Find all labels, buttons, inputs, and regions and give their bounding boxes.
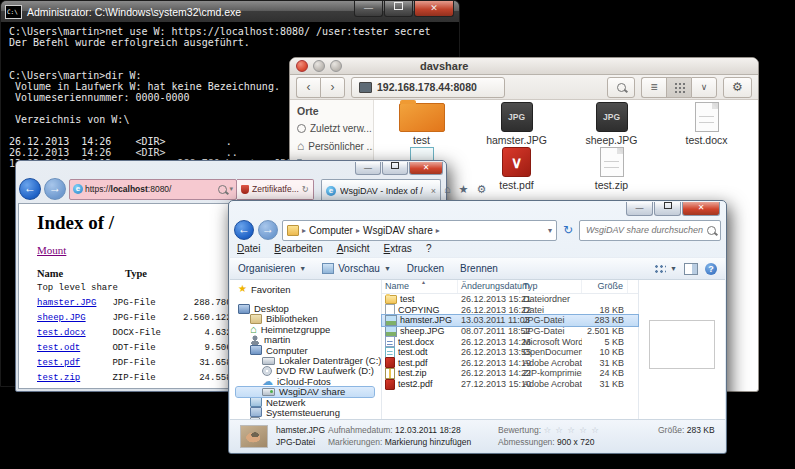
nav-tree-item[interactable]: martin <box>236 335 381 345</box>
close-icon[interactable] <box>296 60 308 72</box>
chevron-down-icon[interactable]: ▾ <box>229 185 233 193</box>
file-link[interactable]: test.docx <box>37 326 107 341</box>
search-input[interactable] <box>584 224 707 236</box>
places-item[interactable]: Persönlicher ... <box>297 141 373 152</box>
breadcrumb-current[interactable]: WsgiDAV share <box>363 225 433 236</box>
back-button[interactable]: ← <box>19 178 41 200</box>
cmd-titlebar[interactable]: Administrator: C:\Windows\system32\cmd.e… <box>1 1 459 22</box>
maximize-icon[interactable] <box>330 60 342 72</box>
organize-button[interactable]: Organisieren▼ <box>238 263 306 274</box>
list-view-button[interactable]: ≡ <box>641 77 666 98</box>
column-header-date[interactable]: Änderungsdatum <box>458 280 520 293</box>
preview-button[interactable]: Vorschau▼ <box>322 263 391 274</box>
file-link[interactable]: test.pdf <box>37 356 107 371</box>
file-link[interactable]: test.odt <box>37 341 107 356</box>
file-row[interactable]: test.zip 26.12.2013 14:22 ZIP-komprimier… <box>382 368 638 379</box>
back-button[interactable]: ‹ <box>296 77 320 98</box>
address-bar[interactable]: https://localhost:8080/ ▾ <box>69 179 237 200</box>
history-dropdown-icon[interactable]: ▾ <box>548 226 552 235</box>
file-grid-item[interactable]: hamster.JPG <box>469 101 564 146</box>
breadcrumb-computer[interactable]: Computer <box>309 225 353 236</box>
help-icon[interactable]: ? <box>705 263 717 275</box>
file-row[interactable]: COPYING 26.12.2013 16:22 Datei 18 KB <box>382 305 638 316</box>
nav-item-label: Bibliotheken <box>266 313 318 324</box>
file-row[interactable]: test 26.12.2013 15:21 Dateiordner <box>382 294 638 305</box>
close-button[interactable]: ✕ <box>414 1 454 17</box>
back-button[interactable]: ← <box>234 220 254 240</box>
nav-tree-item[interactable]: Netzwerk <box>236 397 381 407</box>
refresh-icon[interactable]: ↻ <box>561 223 575 237</box>
nav-tree-item[interactable]: Systemsteuerung <box>236 407 381 417</box>
nav-tree-item[interactable]: iCloud-Fotos <box>236 376 381 386</box>
nav-tree-item[interactable]: Favoriten <box>236 284 381 294</box>
file-row[interactable]: sheep.JPG 08.07.2011 18:52 JPG-Datei 2.5… <box>382 326 638 337</box>
close-button[interactable]: ✕ <box>682 202 720 216</box>
browser-tab[interactable]: WsgiDAV - Index of / × <box>321 179 441 201</box>
column-header-size[interactable]: Größe <box>582 280 628 293</box>
forward-button[interactable]: › <box>320 77 345 98</box>
minimize-icon[interactable] <box>313 60 325 72</box>
file-row[interactable]: test.docx 26.12.2013 14:26 Microsoft Wor… <box>382 336 638 347</box>
menu-item[interactable]: Datei <box>237 243 260 256</box>
minimize-button[interactable]: — <box>355 162 381 175</box>
menu-item[interactable]: ? <box>426 243 432 256</box>
forward-button[interactable]: → <box>44 178 66 200</box>
tools-gear-icon[interactable]: ⚙ <box>476 183 486 196</box>
gear-button[interactable]: ⚙ <box>723 77 752 98</box>
column-header-type[interactable]: Typ <box>520 280 582 293</box>
file-grid-item[interactable]: test <box>374 101 469 146</box>
maximize-button[interactable] <box>654 202 681 216</box>
search-icon[interactable] <box>218 185 227 194</box>
favorites-star-icon[interactable]: ★ <box>459 183 469 196</box>
nautilus-titlebar[interactable]: davshare <box>290 58 758 75</box>
rating-stars-icon[interactable]: ☆ ☆ ☆ ☆ ☆ <box>543 425 600 435</box>
file-grid-item[interactable]: test.docx <box>659 101 754 146</box>
search-box[interactable] <box>579 220 721 241</box>
minimize-button[interactable]: — <box>354 1 383 17</box>
nav-tree-item[interactable]: Heimnetzgruppe <box>236 324 381 334</box>
file-row[interactable]: test2.pdf 27.12.2013 15:10 Adobe Acrobat… <box>382 379 638 390</box>
file-grid-item[interactable]: sheep.JPG <box>564 101 659 146</box>
cmd-icon <box>5 5 22 19</box>
refresh-icon[interactable]: ↻ <box>302 184 309 194</box>
file-grid-item[interactable]: test.zip <box>564 146 659 191</box>
tab-close-icon[interactable]: × <box>431 186 436 196</box>
preview-pane-toggle[interactable] <box>684 263 698 275</box>
nav-tree-item[interactable]: DVD RW Laufwerk (D:) <box>236 366 381 376</box>
file-link[interactable]: test.zip <box>37 371 107 386</box>
home-icon[interactable]: ⌂ <box>444 183 451 195</box>
maximize-button[interactable] <box>382 162 408 175</box>
certificate-error-button[interactable]: Zertifikatfe... ↻ <box>237 179 314 200</box>
minimize-button[interactable]: — <box>626 202 653 216</box>
forward-button[interactable]: → <box>258 220 278 240</box>
view-options-button[interactable]: ∨ <box>691 77 717 98</box>
nav-tree-item[interactable]: Lokaler Datenträger (C:) <box>236 355 381 365</box>
mount-link[interactable]: Mount <box>37 244 66 256</box>
grid-view-button[interactable] <box>666 77 691 98</box>
column-header-name[interactable]: Name <box>382 280 458 293</box>
file-row[interactable]: hamster.JPG 13.03.2011 11:03 JPG-Datei 2… <box>382 315 638 326</box>
menu-item[interactable]: Bearbeiten <box>274 243 322 256</box>
views-button[interactable]: ▼ <box>654 264 677 274</box>
menu-item[interactable]: Extras <box>384 243 412 256</box>
menu-item[interactable]: Ansicht <box>337 243 370 256</box>
nav-tree-item[interactable]: Desktop <box>236 303 381 313</box>
breadcrumb[interactable]: ▸ Computer ▸ WsgiDAV share ▸ ▾ <box>282 220 557 241</box>
file-row[interactable]: test.odt 26.12.2013 13:55 OpenDocument T… <box>382 347 638 358</box>
file-type-icon <box>385 368 395 379</box>
nav-tree-item[interactable]: Computer <box>236 345 381 355</box>
file-link[interactable]: sheep.JPG <box>37 311 107 326</box>
nav-tree-item[interactable]: WsgiDAV share <box>236 387 374 397</box>
places-item[interactable]: Zuletzt verw... <box>297 123 373 134</box>
file-row[interactable]: test.pdf 26.12.2013 14:19 Adobe Acrobat … <box>382 358 638 369</box>
close-button[interactable]: ✕ <box>409 162 443 175</box>
print-button[interactable]: Drucken <box>407 263 444 274</box>
file-link[interactable]: hamster.JPG <box>37 296 107 311</box>
search-button[interactable] <box>607 77 635 98</box>
menu-bar: DateiBearbeitenAnsichtExtras? <box>237 243 431 256</box>
add-tag-link[interactable]: Markierung hinzufügen <box>385 437 471 447</box>
location-button[interactable]: 192.168.178.44:8080 <box>351 77 505 98</box>
burn-button[interactable]: Brennen <box>460 263 498 274</box>
nav-tree-item[interactable]: Bibliotheken <box>236 314 381 324</box>
maximize-button[interactable] <box>384 1 413 17</box>
